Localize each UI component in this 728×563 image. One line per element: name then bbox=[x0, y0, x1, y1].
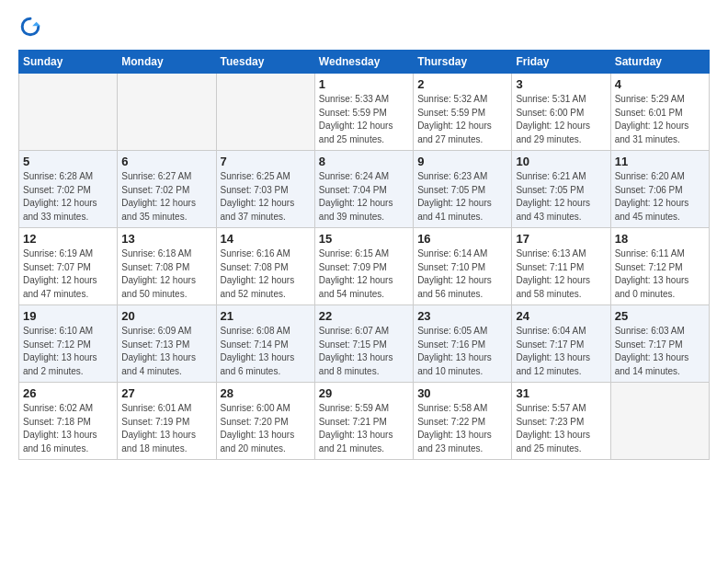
header-day-monday: Monday bbox=[118, 51, 216, 74]
day-number: 30 bbox=[417, 386, 507, 400]
header-day-tuesday: Tuesday bbox=[216, 51, 314, 74]
week-row-4: 19Sunrise: 6:10 AM Sunset: 7:12 PM Dayli… bbox=[19, 305, 710, 383]
calendar-cell: 11Sunrise: 6:20 AM Sunset: 7:06 PM Dayli… bbox=[610, 151, 709, 228]
calendar-cell: 17Sunrise: 6:13 AM Sunset: 7:11 PM Dayli… bbox=[512, 228, 610, 305]
week-row-1: 1Sunrise: 5:33 AM Sunset: 5:59 PM Daylig… bbox=[19, 74, 710, 151]
calendar-cell: 18Sunrise: 6:11 AM Sunset: 7:12 PM Dayli… bbox=[610, 228, 709, 305]
header-day-sunday: Sunday bbox=[19, 51, 118, 74]
calendar-cell bbox=[216, 74, 314, 151]
header-day-friday: Friday bbox=[512, 51, 610, 74]
calendar-cell: 29Sunrise: 5:59 AM Sunset: 7:21 PM Dayli… bbox=[314, 383, 413, 460]
day-info: Sunrise: 6:25 AM Sunset: 7:03 PM Dayligh… bbox=[221, 170, 311, 224]
day-info: Sunrise: 6:13 AM Sunset: 7:11 PM Dayligh… bbox=[516, 247, 606, 301]
day-info: Sunrise: 6:23 AM Sunset: 7:05 PM Dayligh… bbox=[417, 170, 507, 224]
logo bbox=[18, 17, 40, 40]
day-info: Sunrise: 6:05 AM Sunset: 7:16 PM Dayligh… bbox=[417, 325, 507, 378]
day-info: Sunrise: 5:29 AM Sunset: 6:01 PM Dayligh… bbox=[615, 93, 705, 146]
week-row-3: 12Sunrise: 6:19 AM Sunset: 7:07 PM Dayli… bbox=[19, 228, 710, 305]
calendar-cell: 28Sunrise: 6:00 AM Sunset: 7:20 PM Dayli… bbox=[216, 383, 314, 460]
week-row-2: 5Sunrise: 6:28 AM Sunset: 7:02 PM Daylig… bbox=[19, 151, 710, 228]
calendar-cell: 20Sunrise: 6:09 AM Sunset: 7:13 PM Dayli… bbox=[118, 305, 216, 383]
header-day-saturday: Saturday bbox=[610, 51, 709, 74]
calendar-cell bbox=[610, 383, 709, 460]
day-info: Sunrise: 6:15 AM Sunset: 7:09 PM Dayligh… bbox=[319, 247, 409, 301]
calendar-cell: 22Sunrise: 6:07 AM Sunset: 7:15 PM Dayli… bbox=[314, 305, 413, 383]
day-info: Sunrise: 5:31 AM Sunset: 6:00 PM Dayligh… bbox=[516, 93, 606, 146]
calendar-cell: 31Sunrise: 5:57 AM Sunset: 7:23 PM Dayli… bbox=[512, 383, 610, 460]
day-number: 5 bbox=[23, 155, 113, 168]
header-row: SundayMondayTuesdayWednesdayThursdayFrid… bbox=[19, 51, 710, 74]
day-number: 27 bbox=[121, 386, 211, 400]
day-number: 6 bbox=[121, 155, 211, 168]
day-number: 2 bbox=[417, 77, 507, 91]
calendar-cell: 30Sunrise: 5:58 AM Sunset: 7:22 PM Dayli… bbox=[414, 383, 512, 460]
svg-marker-0 bbox=[32, 22, 40, 26]
day-info: Sunrise: 6:00 AM Sunset: 7:20 PM Dayligh… bbox=[221, 402, 311, 455]
day-info: Sunrise: 5:57 AM Sunset: 7:23 PM Dayligh… bbox=[516, 402, 606, 455]
day-info: Sunrise: 6:07 AM Sunset: 7:15 PM Dayligh… bbox=[319, 325, 409, 378]
calendar-cell: 19Sunrise: 6:10 AM Sunset: 7:12 PM Dayli… bbox=[19, 305, 118, 383]
calendar-cell: 7Sunrise: 6:25 AM Sunset: 7:03 PM Daylig… bbox=[216, 151, 314, 228]
day-info: Sunrise: 6:09 AM Sunset: 7:13 PM Dayligh… bbox=[121, 325, 211, 378]
calendar-cell: 27Sunrise: 6:01 AM Sunset: 7:19 PM Dayli… bbox=[118, 383, 216, 460]
day-number: 4 bbox=[615, 77, 705, 91]
calendar-cell: 4Sunrise: 5:29 AM Sunset: 6:01 PM Daylig… bbox=[610, 74, 709, 151]
day-info: Sunrise: 5:58 AM Sunset: 7:22 PM Dayligh… bbox=[417, 402, 507, 455]
day-info: Sunrise: 6:08 AM Sunset: 7:14 PM Dayligh… bbox=[221, 325, 311, 378]
day-info: Sunrise: 6:02 AM Sunset: 7:18 PM Dayligh… bbox=[23, 402, 113, 455]
calendar-cell: 13Sunrise: 6:18 AM Sunset: 7:08 PM Dayli… bbox=[118, 228, 216, 305]
day-info: Sunrise: 6:18 AM Sunset: 7:08 PM Dayligh… bbox=[121, 247, 211, 301]
day-info: Sunrise: 6:24 AM Sunset: 7:04 PM Dayligh… bbox=[319, 170, 409, 224]
logo-icon bbox=[20, 17, 40, 37]
day-info: Sunrise: 6:11 AM Sunset: 7:12 PM Dayligh… bbox=[615, 247, 705, 301]
day-info: Sunrise: 6:20 AM Sunset: 7:06 PM Dayligh… bbox=[615, 170, 705, 224]
header-day-wednesday: Wednesday bbox=[314, 51, 413, 74]
header-day-thursday: Thursday bbox=[414, 51, 512, 74]
day-number: 26 bbox=[23, 386, 113, 400]
day-number: 21 bbox=[221, 309, 311, 323]
calendar-cell: 25Sunrise: 6:03 AM Sunset: 7:17 PM Dayli… bbox=[610, 305, 709, 383]
day-info: Sunrise: 5:32 AM Sunset: 5:59 PM Dayligh… bbox=[417, 93, 507, 146]
day-info: Sunrise: 6:27 AM Sunset: 7:02 PM Dayligh… bbox=[121, 170, 211, 224]
day-number: 29 bbox=[319, 386, 409, 400]
day-number: 17 bbox=[516, 232, 606, 246]
day-info: Sunrise: 6:03 AM Sunset: 7:17 PM Dayligh… bbox=[615, 325, 705, 378]
calendar-cell: 24Sunrise: 6:04 AM Sunset: 7:17 PM Dayli… bbox=[512, 305, 610, 383]
day-info: Sunrise: 6:04 AM Sunset: 7:17 PM Dayligh… bbox=[516, 325, 606, 378]
calendar-cell: 1Sunrise: 5:33 AM Sunset: 5:59 PM Daylig… bbox=[314, 74, 413, 151]
day-number: 24 bbox=[516, 309, 606, 323]
day-number: 11 bbox=[615, 155, 705, 168]
day-info: Sunrise: 6:21 AM Sunset: 7:05 PM Dayligh… bbox=[516, 170, 606, 224]
day-number: 7 bbox=[221, 155, 311, 168]
calendar-cell bbox=[19, 74, 118, 151]
day-number: 12 bbox=[23, 232, 113, 246]
day-number: 22 bbox=[319, 309, 409, 323]
day-info: Sunrise: 5:59 AM Sunset: 7:21 PM Dayligh… bbox=[319, 402, 409, 455]
calendar-cell: 15Sunrise: 6:15 AM Sunset: 7:09 PM Dayli… bbox=[314, 228, 413, 305]
day-number: 20 bbox=[121, 309, 211, 323]
day-info: Sunrise: 5:33 AM Sunset: 5:59 PM Dayligh… bbox=[319, 93, 409, 146]
week-row-5: 26Sunrise: 6:02 AM Sunset: 7:18 PM Dayli… bbox=[19, 383, 710, 460]
day-number: 3 bbox=[516, 77, 606, 91]
day-number: 23 bbox=[417, 309, 507, 323]
day-number: 31 bbox=[516, 386, 606, 400]
day-number: 28 bbox=[221, 386, 311, 400]
page: SundayMondayTuesdayWednesdayThursdayFrid… bbox=[0, 0, 728, 469]
day-info: Sunrise: 6:19 AM Sunset: 7:07 PM Dayligh… bbox=[23, 247, 113, 301]
day-number: 16 bbox=[417, 232, 507, 246]
calendar-cell: 2Sunrise: 5:32 AM Sunset: 5:59 PM Daylig… bbox=[414, 74, 512, 151]
day-number: 9 bbox=[417, 155, 507, 168]
calendar-cell: 23Sunrise: 6:05 AM Sunset: 7:16 PM Dayli… bbox=[414, 305, 512, 383]
day-number: 8 bbox=[319, 155, 409, 168]
calendar-cell: 3Sunrise: 5:31 AM Sunset: 6:00 PM Daylig… bbox=[512, 74, 610, 151]
day-number: 1 bbox=[319, 77, 409, 91]
day-number: 14 bbox=[221, 232, 311, 246]
calendar-cell: 21Sunrise: 6:08 AM Sunset: 7:14 PM Dayli… bbox=[216, 305, 314, 383]
day-number: 10 bbox=[516, 155, 606, 168]
day-info: Sunrise: 6:01 AM Sunset: 7:19 PM Dayligh… bbox=[121, 402, 211, 455]
day-info: Sunrise: 6:14 AM Sunset: 7:10 PM Dayligh… bbox=[417, 247, 507, 301]
calendar-cell: 9Sunrise: 6:23 AM Sunset: 7:05 PM Daylig… bbox=[414, 151, 512, 228]
calendar-cell: 14Sunrise: 6:16 AM Sunset: 7:08 PM Dayli… bbox=[216, 228, 314, 305]
day-number: 13 bbox=[121, 232, 211, 246]
calendar-cell: 12Sunrise: 6:19 AM Sunset: 7:07 PM Dayli… bbox=[19, 228, 118, 305]
